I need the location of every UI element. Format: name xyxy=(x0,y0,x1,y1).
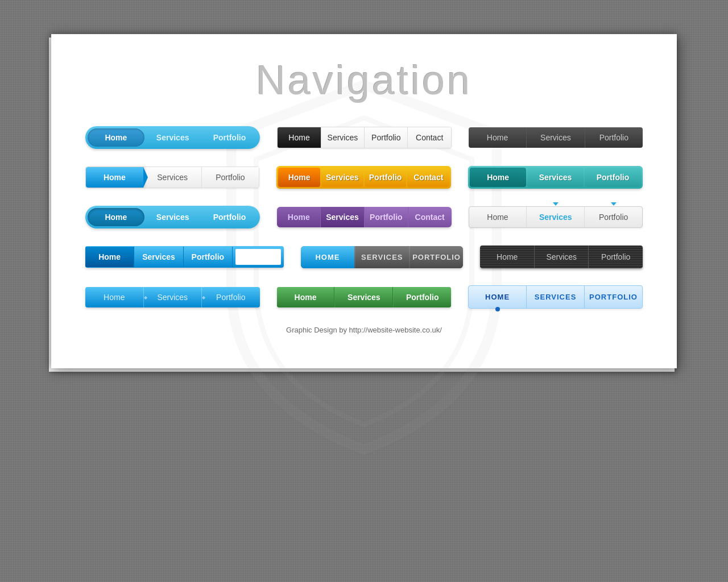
nav-blue-search-1: Home Services Portfolio xyxy=(85,246,284,268)
nav-item-portfolio-15[interactable]: PORTFOLIO xyxy=(585,286,642,308)
nav-row-4: Home Services Portfolio HOME SERVICES PO… xyxy=(85,246,643,268)
nav-blue-dividers-1: Home Services Portfolio xyxy=(85,287,260,307)
nav-item-portfolio-1[interactable]: Portfolio xyxy=(201,128,258,147)
nav-item-portfolio-2[interactable]: Portfolio xyxy=(365,127,408,148)
nav-row-1: Home Services Portfolio Home Services Po… xyxy=(85,126,643,149)
nav-item-home-9[interactable]: Home xyxy=(469,207,527,227)
nav-dark-flat-1: Home Services Portfolio Contact xyxy=(277,127,451,148)
paper-container: Navigation Home Services Portfolio Home … xyxy=(51,34,677,368)
nav-item-portfolio-11[interactable]: PORTFOLIO xyxy=(410,246,464,268)
nav-item-portfolio-4[interactable]: Portfolio xyxy=(202,167,259,188)
nav-yellow-1: Home Services Portfolio Contact xyxy=(276,166,451,189)
nav-item-home-15[interactable]: HOME xyxy=(469,286,527,308)
nav-item-services-6[interactable]: Services xyxy=(527,168,584,187)
nav-item-home-14[interactable]: Home xyxy=(277,287,335,307)
nav-item-portfolio-3[interactable]: Portfolio xyxy=(585,127,643,148)
nav-blue-home-1: Home Services Portfolio xyxy=(85,167,259,188)
nav-item-home-2[interactable]: Home xyxy=(278,127,321,148)
nav-item-services-1[interactable]: Services xyxy=(144,128,201,147)
nav-item-services-7[interactable]: Services xyxy=(144,208,201,226)
nav-item-services-8[interactable]: Services xyxy=(321,207,365,227)
nav-row-2: Home Services Portfolio Home Services Po… xyxy=(85,166,643,189)
nav-item-services-3[interactable]: Services xyxy=(527,127,585,148)
nav-purple-1: Home Services Portfolio Contact xyxy=(277,207,451,227)
nav-item-home-1[interactable]: Home xyxy=(88,128,144,147)
nav-item-services-5[interactable]: Services xyxy=(321,168,363,187)
nav-item-home-5[interactable]: Home xyxy=(278,168,320,187)
nav-item-portfolio-9[interactable]: Portfolio xyxy=(585,207,642,227)
nav-item-services-14[interactable]: Services xyxy=(335,287,393,307)
search-input[interactable] xyxy=(235,249,281,265)
nav-dark-texture-1: Home Services Portfolio xyxy=(480,246,643,268)
nav-item-services-10[interactable]: Services xyxy=(134,247,183,267)
nav-item-home-4[interactable]: Home xyxy=(86,167,144,188)
nav-item-home-7[interactable]: Home xyxy=(88,208,144,226)
nav-item-home-11[interactable]: HOME xyxy=(301,246,354,268)
nav-item-home-10[interactable]: Home xyxy=(85,247,134,267)
nav-item-services-2[interactable]: Services xyxy=(321,127,365,148)
nav-blue-pill-2: Home Services Portfolio xyxy=(85,206,260,228)
nav-blue-pill-1: Home Services Portfolio xyxy=(85,126,260,149)
nav-item-contact-2[interactable]: Contact xyxy=(408,127,450,148)
nav-item-portfolio-13[interactable]: Portfolio xyxy=(202,287,260,307)
page-title: Navigation xyxy=(85,57,643,103)
nav-item-services-12[interactable]: Services xyxy=(535,246,589,268)
nav-green-1: Home Services Portfolio xyxy=(277,287,452,307)
nav-gray-caps-1: HOME SERVICES PORTFOLIO xyxy=(301,246,464,268)
nav-item-services-15[interactable]: SERVICES xyxy=(527,286,585,308)
nav-item-contact-8[interactable]: Contact xyxy=(408,207,452,227)
nav-item-portfolio-12[interactable]: Portfolio xyxy=(589,246,643,268)
nav-item-home-12[interactable]: Home xyxy=(480,246,535,268)
nav-row-5: Home Services Portfolio Home Services Po… xyxy=(85,285,643,309)
dropdown-arrow-services xyxy=(553,202,559,206)
nav-item-home-6[interactable]: Home xyxy=(470,168,526,187)
nav-item-services-13[interactable]: Services xyxy=(144,287,202,307)
nav-dark-flat-2: Home Services Portfolio xyxy=(469,127,643,148)
nav-item-home-13[interactable]: Home xyxy=(85,287,144,307)
nav-item-portfolio-5[interactable]: Portfolio xyxy=(365,168,407,187)
nav-item-portfolio-8[interactable]: Portfolio xyxy=(365,207,408,227)
nav-item-home-3[interactable]: Home xyxy=(469,127,527,148)
nav-item-services-4[interactable]: Services xyxy=(144,167,202,188)
nav-item-home-8[interactable]: Home xyxy=(277,207,321,227)
nav-item-portfolio-10[interactable]: Portfolio xyxy=(184,247,233,267)
nav-item-services-9[interactable]: Services xyxy=(527,207,585,227)
nav-gray-drop-1: Home Services Portfolio xyxy=(469,206,643,228)
nav-teal-1: Home Services Portfolio xyxy=(468,166,643,189)
nav-item-portfolio-7[interactable]: Portfolio xyxy=(201,208,258,226)
nav-item-services-11[interactable]: SERVICES xyxy=(355,246,409,268)
nav-item-portfolio-14[interactable]: Portfolio xyxy=(394,287,451,307)
nav-item-portfolio-6[interactable]: Portfolio xyxy=(585,168,641,187)
nav-lightblue-1: HOME SERVICES PORTFOLIO xyxy=(468,285,643,309)
dropdown-arrow-portfolio xyxy=(611,202,617,206)
navs-container: Home Services Portfolio Home Services Po… xyxy=(85,126,643,309)
nav-row-3: Home Services Portfolio Home Services Po… xyxy=(85,206,643,228)
nav-item-contact-5[interactable]: Contact xyxy=(407,168,449,187)
